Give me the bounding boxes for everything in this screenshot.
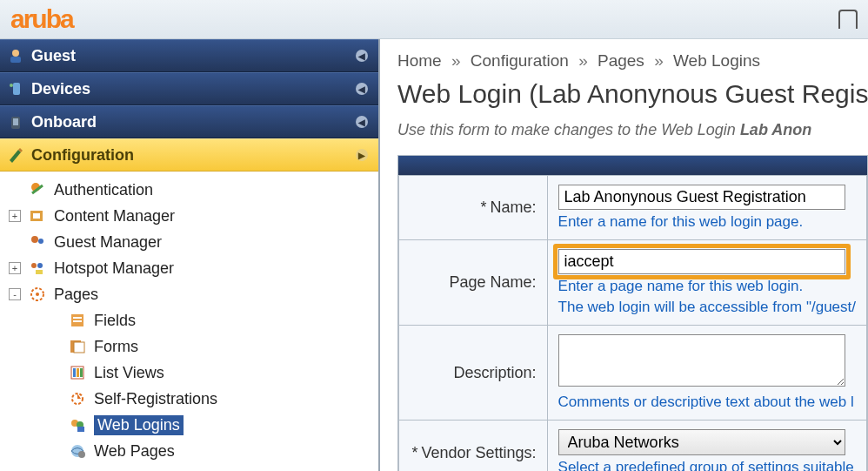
form-container: *Name: Enter a name for this web login p… bbox=[397, 155, 868, 471]
tree-item-guest-manager[interactable]: Guest Manager bbox=[3, 229, 378, 255]
svg-point-11 bbox=[31, 263, 37, 268]
pencil-icon bbox=[7, 146, 24, 164]
devices-icon bbox=[7, 80, 24, 98]
self-reg-icon bbox=[68, 389, 87, 408]
accordion-label: Configuration bbox=[31, 146, 134, 165]
helper-text: Enter a page name for this web login. bbox=[558, 278, 856, 295]
accordion-configuration[interactable]: Configuration ▶ bbox=[0, 138, 378, 172]
form-header-bar bbox=[398, 156, 867, 175]
tree-item-forms[interactable]: Forms bbox=[3, 333, 378, 360]
svg-point-10 bbox=[38, 239, 43, 244]
svg-rect-8 bbox=[33, 213, 40, 219]
breadcrumb-item[interactable]: Web Logins bbox=[673, 51, 760, 70]
accordion-label: Guest bbox=[31, 47, 76, 65]
auth-icon bbox=[28, 180, 47, 199]
accordion-onboard[interactable]: Onboard ◀ bbox=[0, 105, 378, 138]
svg-rect-22 bbox=[73, 368, 76, 377]
page-title: Web Login (Lab Anonynous Guest Regist bbox=[397, 79, 868, 109]
tree-item-self-registrations[interactable]: Self-Registrations bbox=[3, 386, 378, 412]
web-logins-icon bbox=[68, 415, 87, 434]
guest-icon bbox=[7, 47, 24, 64]
field-label-pagename: Page Name: bbox=[399, 240, 548, 326]
tree-item-list-views[interactable]: List Views bbox=[3, 360, 378, 386]
tree-item-web-pages[interactable]: Web Pages bbox=[3, 438, 378, 464]
svg-point-3 bbox=[10, 84, 13, 87]
helper-text: Comments or descriptive text about the w… bbox=[558, 394, 856, 411]
tree-expander[interactable]: - bbox=[9, 288, 21, 300]
accordion-label: Onboard bbox=[31, 113, 97, 131]
svg-rect-24 bbox=[80, 368, 83, 377]
chevron-left-icon: ◀ bbox=[356, 83, 368, 95]
pagename-input[interactable] bbox=[558, 249, 845, 274]
svg-rect-1 bbox=[10, 57, 21, 63]
accordion-label: Devices bbox=[31, 80, 90, 98]
breadcrumb-item[interactable]: Home bbox=[397, 51, 442, 70]
sidebar: Guest ◀ Devices ◀ Onboard bbox=[0, 39, 380, 471]
forms-icon bbox=[68, 337, 87, 356]
field-label-name: *Name: bbox=[399, 176, 548, 240]
helper-text: The web login will be accessible from "/… bbox=[558, 299, 856, 316]
helper-text: Enter a name for this web login page. bbox=[558, 213, 856, 231]
page-description: Use this form to make changes to the Web… bbox=[397, 121, 868, 139]
accordion-devices[interactable]: Devices ◀ bbox=[0, 72, 378, 105]
description-textarea[interactable] bbox=[558, 334, 845, 387]
svg-rect-18 bbox=[73, 320, 82, 322]
nav-tree: Authentication + Content Manager Guest M… bbox=[0, 172, 378, 469]
tree-item-pages[interactable]: - Pages bbox=[3, 281, 378, 307]
svg-point-9 bbox=[31, 236, 38, 243]
header-right-icon bbox=[838, 10, 858, 29]
svg-rect-23 bbox=[77, 368, 79, 377]
helper-text: Select a predefined group of settings su… bbox=[558, 459, 856, 471]
svg-rect-2 bbox=[13, 83, 20, 95]
accordion-guest[interactable]: Guest ◀ bbox=[0, 39, 378, 72]
tree-expander[interactable]: + bbox=[9, 262, 21, 274]
svg-point-0 bbox=[12, 50, 19, 57]
breadcrumb-sep: » bbox=[654, 51, 664, 70]
breadcrumb-item[interactable]: Pages bbox=[598, 51, 644, 70]
tree-expander bbox=[9, 236, 21, 248]
list-icon bbox=[68, 363, 87, 382]
breadcrumb: Home » Configuration » Pages » Web Login… bbox=[397, 51, 868, 71]
svg-rect-28 bbox=[77, 427, 84, 432]
svg-rect-17 bbox=[73, 317, 82, 319]
svg-rect-20 bbox=[74, 342, 84, 353]
tree-item-web-logins[interactable]: Web Logins bbox=[3, 412, 378, 438]
hotspot-icon bbox=[28, 259, 47, 278]
brand-logo: aruba bbox=[10, 4, 73, 34]
field-label-vendor: *Vendor Settings: bbox=[399, 421, 548, 472]
chevron-left-icon: ◀ bbox=[356, 50, 368, 62]
name-input[interactable] bbox=[558, 185, 845, 210]
svg-rect-13 bbox=[36, 270, 43, 274]
chevron-down-icon: ▶ bbox=[356, 149, 368, 161]
tree-expander bbox=[9, 184, 21, 196]
svg-point-15 bbox=[36, 293, 39, 296]
main-content: Home » Configuration » Pages » Web Login… bbox=[380, 39, 868, 471]
content-icon bbox=[28, 206, 47, 225]
svg-point-12 bbox=[37, 263, 43, 268]
onboard-icon bbox=[7, 113, 24, 131]
tree-item-hotspot-manager[interactable]: + Hotspot Manager bbox=[3, 255, 378, 281]
chevron-left-icon: ◀ bbox=[356, 116, 368, 128]
breadcrumb-sep: » bbox=[451, 51, 461, 70]
breadcrumb-item[interactable]: Configuration bbox=[471, 51, 569, 70]
tree-item-authentication[interactable]: Authentication bbox=[3, 177, 378, 203]
tree-expander[interactable]: + bbox=[9, 210, 21, 222]
breadcrumb-sep: » bbox=[578, 51, 588, 70]
guest-manager-icon bbox=[28, 232, 47, 252]
svg-rect-5 bbox=[13, 118, 18, 125]
tree-item-fields[interactable]: Fields bbox=[3, 307, 378, 333]
vendor-select[interactable]: Aruba Networks bbox=[558, 429, 845, 455]
tree-item-content-manager[interactable]: + Content Manager bbox=[3, 203, 378, 229]
field-label-description: Description: bbox=[399, 326, 548, 421]
pages-icon bbox=[28, 285, 47, 304]
fields-icon bbox=[68, 311, 87, 330]
web-pages-icon bbox=[68, 441, 87, 461]
svg-point-30 bbox=[78, 451, 85, 458]
